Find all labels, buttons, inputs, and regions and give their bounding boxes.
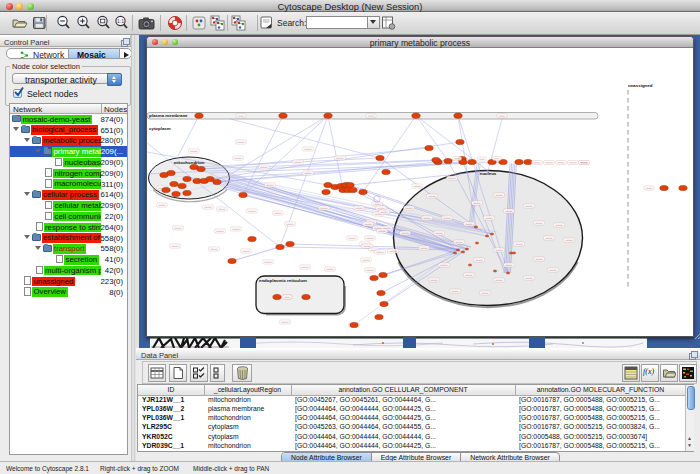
svg-text:1:1: 1:1: [117, 18, 124, 24]
svg-text:plasma membrane: plasma membrane: [149, 113, 188, 118]
svg-text:cytoplasm: cytoplasm: [149, 126, 171, 131]
svg-text:nucleus: nucleus: [480, 171, 497, 176]
svg-text:unassigned: unassigned: [628, 83, 653, 88]
svg-text:mitochondrion: mitochondrion: [174, 160, 205, 165]
svg-text:endoplasmic reticulum: endoplasmic reticulum: [259, 278, 307, 283]
